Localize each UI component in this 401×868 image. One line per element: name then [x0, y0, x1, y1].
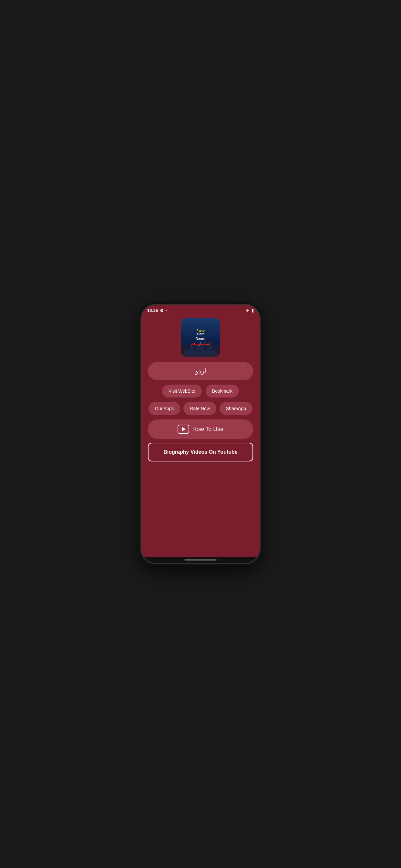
- app-logo: بچوں کے Islami Naam اسلامی نام: [181, 318, 220, 357]
- how-to-use-label: How To Use: [192, 426, 224, 433]
- how-to-use-button[interactable]: How To Use: [148, 420, 253, 439]
- youtube-button[interactable]: Biography Videos On Youtube: [148, 443, 253, 461]
- phone-frame: 10:25 ⚙ ▪ ✈ ▮ بچوں کے: [141, 304, 260, 564]
- status-left: 10:25 ⚙ ▪: [147, 308, 167, 313]
- home-indicator: [184, 559, 217, 561]
- screen-content: بچوں کے Islami Naam اسلامی نام اردو Visi…: [142, 315, 259, 557]
- rate-now-button[interactable]: Rate Now: [183, 402, 216, 415]
- play-triangle-icon: [182, 427, 186, 431]
- share-app-button[interactable]: ShareApp: [220, 402, 252, 415]
- visit-website-button[interactable]: Visit WebSite: [162, 384, 202, 398]
- logo-subtitle: بچوں کے: [191, 329, 211, 332]
- storage-icon: ▪: [166, 309, 167, 313]
- top-button-row: Visit WebSite Bookmark: [162, 384, 239, 398]
- settings-icon: ⚙: [160, 308, 164, 313]
- time-display: 10:25: [147, 308, 158, 313]
- play-icon-box: [178, 425, 189, 434]
- logo-title-ur: اسلامی نام: [191, 341, 211, 346]
- bookmark-button[interactable]: Bookmark: [206, 384, 239, 398]
- status-bar: 10:25 ⚙ ▪ ✈ ▮: [142, 305, 259, 315]
- logo-inner: بچوں کے Islami Naam اسلامی نام: [189, 327, 212, 348]
- logo-title-en: Islami Naam: [191, 332, 211, 340]
- bottom-bar: [142, 557, 259, 563]
- urdu-button[interactable]: اردو: [148, 362, 253, 380]
- middle-button-row: Our Apps Rate Now ShareApp: [149, 402, 252, 415]
- our-apps-button[interactable]: Our Apps: [149, 402, 180, 415]
- airplane-icon: ✈: [246, 308, 250, 313]
- battery-icon: ▮: [251, 308, 254, 313]
- status-right: ✈ ▮: [246, 308, 254, 313]
